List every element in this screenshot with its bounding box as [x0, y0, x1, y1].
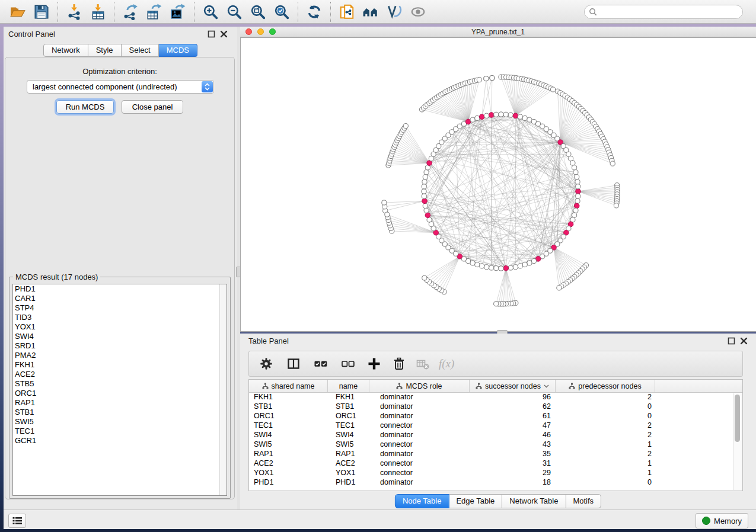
- table-cell[interactable]: connector: [369, 421, 470, 431]
- table-cell[interactable]: TEC1: [249, 421, 328, 431]
- scrollbar-thumb[interactable]: [735, 395, 740, 442]
- hide-node-labels-icon[interactable]: [386, 4, 403, 20]
- mcds-result-node[interactable]: SWI5: [13, 417, 227, 427]
- table-cell[interactable]: dominator: [369, 478, 470, 488]
- table-cell[interactable]: YOX1: [249, 469, 328, 478]
- tab-motifs[interactable]: Motifs: [566, 494, 601, 508]
- table-cell[interactable]: connector: [369, 469, 470, 478]
- mcds-result-node[interactable]: FKH1: [13, 360, 227, 370]
- show-graphics-details-eye-icon[interactable]: [410, 4, 426, 20]
- table-cell[interactable]: 1: [556, 440, 655, 450]
- table-cell[interactable]: STB1: [328, 402, 369, 412]
- delete-column-trash-icon[interactable]: [393, 357, 406, 370]
- column-header-successor-nodes[interactable]: successor nodes: [470, 380, 556, 392]
- table-row[interactable]: STB1STB1dominator620: [249, 402, 742, 412]
- table-cell[interactable]: dominator: [369, 393, 470, 402]
- mcds-result-node[interactable]: CAR1: [13, 294, 227, 303]
- table-cell[interactable]: 96: [470, 393, 556, 402]
- table-cell[interactable]: dominator: [369, 402, 470, 412]
- table-cell[interactable]: 1: [556, 459, 655, 469]
- criterion-dropdown[interactable]: largest connected component (undirected): [27, 80, 214, 94]
- close-panel-icon[interactable]: [220, 30, 228, 38]
- export-table-icon[interactable]: [146, 4, 162, 20]
- tab-edge-table[interactable]: Edge Table: [449, 494, 502, 508]
- add-column-icon[interactable]: [368, 357, 381, 370]
- network-search-field[interactable]: [584, 5, 743, 19]
- mcds-result-node[interactable]: PMA2: [13, 351, 227, 360]
- table-cell[interactable]: 0: [556, 402, 655, 412]
- table-cell[interactable]: 31: [470, 459, 556, 469]
- table-cell[interactable]: dominator: [369, 450, 470, 459]
- table-cell[interactable]: 61: [470, 412, 556, 421]
- deselect-all-rows-icon[interactable]: [342, 357, 355, 370]
- table-cell[interactable]: 29: [470, 469, 556, 478]
- table-cell[interactable]: 43: [470, 440, 556, 450]
- mcds-result-node[interactable]: ACE2: [13, 370, 227, 379]
- table-cell[interactable]: connector: [369, 459, 470, 469]
- save-session-icon[interactable]: [33, 4, 50, 20]
- table-cell[interactable]: FKH1: [328, 393, 369, 402]
- table-cell[interactable]: PHD1: [249, 478, 328, 488]
- table-cell[interactable]: connector: [369, 440, 470, 450]
- tab-style[interactable]: Style: [88, 44, 122, 57]
- toggle-columns-icon[interactable]: [287, 357, 300, 370]
- open-session-icon[interactable]: [9, 4, 26, 20]
- import-table-icon[interactable]: [90, 4, 106, 20]
- table-scrollbar[interactable]: [733, 393, 742, 490]
- table-cell[interactable]: ORC1: [328, 412, 369, 421]
- mcds-result-node[interactable]: STB5: [13, 379, 227, 389]
- settings-gear-icon[interactable]: [260, 357, 273, 370]
- table-cell[interactable]: ACE2: [328, 459, 369, 469]
- mcds-result-node[interactable]: YOX1: [13, 322, 227, 332]
- table-row[interactable]: ACE2ACE2connector311: [249, 459, 742, 469]
- mcds-result-node[interactable]: STP4: [13, 303, 227, 313]
- float-window-icon[interactable]: [208, 30, 215, 38]
- mcds-result-node[interactable]: PHD1: [13, 284, 227, 294]
- table-cell[interactable]: 2: [556, 450, 655, 459]
- mcds-result-node[interactable]: TEC1: [13, 427, 227, 436]
- tab-node-table[interactable]: Node Table: [395, 494, 449, 508]
- table-cell[interactable]: SWI4: [249, 431, 328, 440]
- table-cell[interactable]: FKH1: [249, 393, 328, 402]
- mcds-result-node[interactable]: SRD1: [13, 341, 227, 351]
- zoom-fit-icon[interactable]: [250, 4, 266, 20]
- table-cell[interactable]: RAP1: [328, 450, 369, 459]
- table-cell[interactable]: RAP1: [249, 450, 328, 459]
- table-row[interactable]: SWI5SWI5connector431: [249, 440, 742, 450]
- export-network-icon[interactable]: [122, 4, 139, 20]
- table-cell[interactable]: 2: [556, 393, 655, 402]
- zoom-selected-icon[interactable]: [273, 4, 290, 20]
- table-cell[interactable]: 2: [556, 421, 655, 431]
- table-row[interactable]: YOX1YOX1connector291: [249, 469, 742, 478]
- select-all-rows-icon[interactable]: [314, 357, 327, 370]
- search-network-binoculars-icon[interactable]: [362, 4, 379, 20]
- clone-network-icon[interactable]: [339, 4, 355, 20]
- table-cell[interactable]: dominator: [369, 431, 470, 440]
- table-cell[interactable]: 47: [470, 421, 556, 431]
- column-header-shared-name[interactable]: shared name: [249, 380, 328, 392]
- apply-layout-refresh-icon[interactable]: [306, 4, 323, 20]
- mcds-result-node[interactable]: TID3: [13, 313, 227, 322]
- table-cell[interactable]: 2: [556, 431, 655, 440]
- search-input[interactable]: [597, 6, 742, 18]
- table-cell[interactable]: 0: [556, 478, 655, 488]
- table-cell[interactable]: 35: [470, 450, 556, 459]
- column-header-predecessor-nodes[interactable]: predecessor nodes: [556, 380, 655, 392]
- zoom-out-icon[interactable]: [226, 4, 243, 20]
- table-row[interactable]: TEC1TEC1connector472: [249, 421, 742, 431]
- table-cell[interactable]: PHD1: [328, 478, 369, 488]
- table-cell[interactable]: 46: [470, 431, 556, 440]
- table-row[interactable]: SWI4SWI4dominator462: [249, 431, 742, 440]
- mcds-result-node[interactable]: RAP1: [13, 398, 227, 408]
- mcds-list-scrollbar[interactable]: [219, 284, 227, 495]
- table-row[interactable]: ORC1ORC1dominator610: [249, 412, 742, 421]
- table-cell[interactable]: ACE2: [249, 459, 328, 469]
- table-cell[interactable]: 62: [470, 402, 556, 412]
- table-cell[interactable]: ORC1: [249, 412, 328, 421]
- mcds-result-node[interactable]: STB1: [13, 408, 227, 417]
- float-window-icon[interactable]: [728, 337, 735, 345]
- mcds-result-node[interactable]: ORC1: [13, 389, 227, 398]
- tab-network[interactable]: Network: [43, 44, 88, 57]
- table-cell[interactable]: SWI5: [328, 440, 369, 450]
- tab-mcds[interactable]: MCDS: [159, 44, 197, 57]
